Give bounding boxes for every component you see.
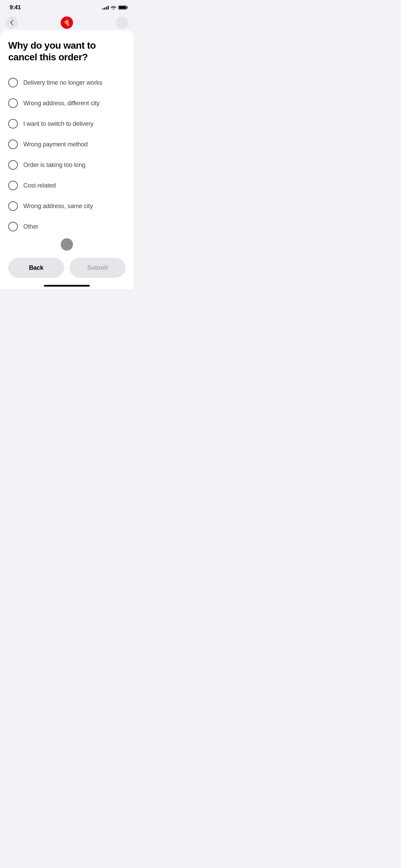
wifi-icon [111,5,116,10]
radio-too-long[interactable] [8,160,18,170]
status-icons [102,5,127,10]
signal-icon [102,5,109,10]
nav-right-button [116,16,128,29]
back-button[interactable]: Back [8,258,64,278]
status-time: 9:41 [10,4,21,11]
logo-text: 🍕 [63,20,70,26]
option-wrong-address-city-label: Wrong address, different city [23,100,100,107]
option-switch-delivery[interactable]: I want to switch to delivery [8,113,125,134]
modal-title: Why do you want to cancel this order? [8,40,125,63]
option-wrong-payment-label: Wrong payment method [23,141,88,148]
option-switch-delivery-label: I want to switch to delivery [23,120,94,128]
option-wrong-address-same[interactable]: Wrong address, same city [8,196,125,216]
option-wrong-address-same-label: Wrong address, same city [23,203,93,210]
option-wrong-payment[interactable]: Wrong payment method [8,134,125,155]
battery-icon [118,5,127,10]
option-too-long[interactable]: Order is taking too long [8,155,125,175]
option-too-long-label: Order is taking too long [23,161,85,169]
radio-delivery-time[interactable] [8,78,18,87]
nav-bar: 🍕 [0,15,134,30]
radio-wrong-payment[interactable] [8,140,18,149]
cancel-order-modal: Why do you want to cancel this order? De… [0,30,134,289]
option-delivery-time-label: Delivery time no longer works [23,79,102,86]
radio-wrong-address-city[interactable] [8,98,18,108]
bottom-actions: Back Submit [0,252,134,289]
submit-button[interactable]: Submit [70,258,125,278]
drag-handle [61,238,73,251]
home-indicator [44,285,90,287]
option-cost-related[interactable]: Cost related [8,175,125,196]
status-bar: 9:41 [0,0,134,15]
radio-other[interactable] [8,222,18,231]
radio-switch-delivery[interactable] [8,119,18,129]
brand-logo: 🍕 [61,16,73,29]
option-wrong-address-city[interactable]: Wrong address, different city [8,93,125,113]
option-other[interactable]: Other [8,216,125,237]
option-delivery-time[interactable]: Delivery time no longer works [8,72,125,93]
option-cost-related-label: Cost related [23,182,56,189]
back-nav-button[interactable] [5,16,18,29]
radio-cost-related[interactable] [8,181,18,190]
radio-wrong-address-same[interactable] [8,201,18,211]
option-other-label: Other [23,223,38,230]
